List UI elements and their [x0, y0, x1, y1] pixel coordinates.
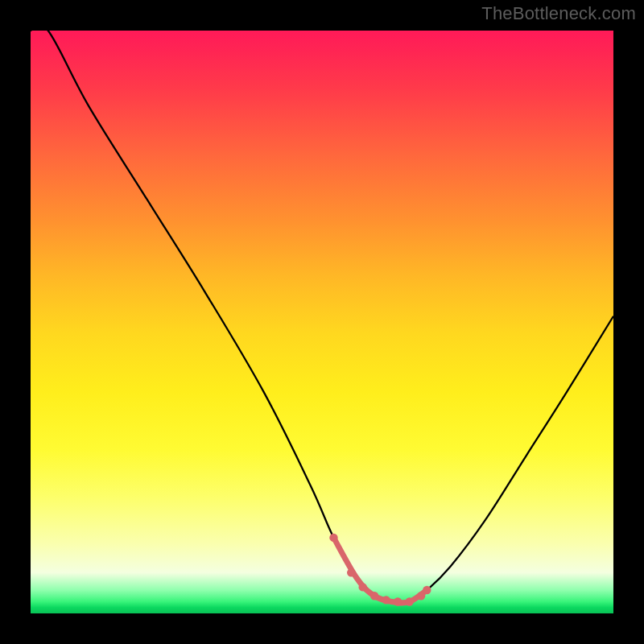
highlight-dot	[347, 568, 355, 576]
highlight-dot	[405, 597, 413, 605]
highlight-dot	[423, 586, 431, 594]
highlight-dot	[370, 592, 378, 600]
watermark-text: TheBottleneck.com	[481, 3, 636, 24]
highlight-dot	[382, 596, 390, 604]
chart-frame: TheBottleneck.com	[0, 0, 644, 644]
highlight-segment	[333, 538, 427, 603]
highlight-dot	[329, 534, 337, 542]
curve-layer	[31, 31, 613, 613]
bottleneck-curve	[31, 24, 613, 603]
highlight-dot	[394, 597, 402, 605]
highlight-dot	[358, 583, 366, 591]
plot-area	[31, 31, 613, 613]
